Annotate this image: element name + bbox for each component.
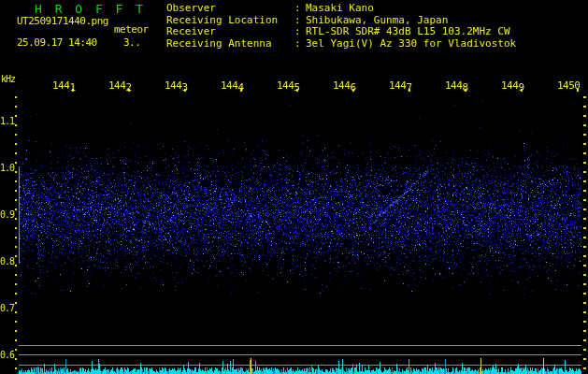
mode-label: meteor <box>114 23 149 36</box>
info-row: Observer:Masaki Kano <box>166 3 516 15</box>
hrofft-screen: H R O F F T UT2509171440.png meteor 25.0… <box>0 0 588 374</box>
info-label: Observer <box>166 3 294 15</box>
info-value: Masaki Kano <box>306 3 374 15</box>
time-tick-label: 1448 <box>445 79 468 92</box>
output-filename: UT2509171440.png <box>17 15 108 27</box>
freq-tick-label: 0.8 <box>0 256 17 266</box>
freq-tick-label: 0.9 <box>0 209 17 220</box>
info-row: Receiver:RTL-SDR SDR# 43dB L15 103.2MHz … <box>166 26 516 38</box>
info-value: RTL-SDR SDR# 43dB L15 103.2MHz CW <box>306 26 510 38</box>
info-label: Receiver <box>166 26 294 38</box>
info-separator: : <box>294 3 306 15</box>
time-tick-label: 1441 <box>52 79 76 92</box>
time-tick-label: 1443 <box>165 79 188 92</box>
info-separator: : <box>294 26 306 38</box>
info-panel: Observer:Masaki KanoReceiving Location:S… <box>166 3 516 50</box>
info-row: Receiving Antenna:3el Yagi(V) Az 330 for… <box>166 38 516 50</box>
time-tick-label: 1447 <box>389 79 412 92</box>
time-tick-label: 1449 <box>501 79 524 92</box>
info-separator: : <box>294 38 306 50</box>
time-tick-label: 1450 <box>557 79 581 92</box>
freq-tick-label: 0.6 <box>0 350 17 360</box>
info-label: Receiving Antenna <box>166 38 294 50</box>
time-tick-label: 1445 <box>277 79 300 92</box>
echo-counter: 3.. <box>123 36 140 49</box>
timestamp: 25.09.17 14:40 <box>17 36 97 49</box>
time-tick-label: 1446 <box>333 79 356 92</box>
spectrogram-canvas <box>0 0 588 374</box>
time-tick-label: 1444 <box>221 79 244 92</box>
freq-tick-label: 0.7 <box>0 303 17 313</box>
freq-tick-label: 1.0 <box>0 163 17 173</box>
freq-axis-unit: kHz <box>1 74 15 84</box>
time-tick-label: 1442 <box>108 79 132 92</box>
freq-tick-label: 1.1 <box>0 116 17 126</box>
info-value: 3el Yagi(V) Az 330 for Vladivostok <box>306 38 516 50</box>
app-title: H R O F F T <box>35 2 146 16</box>
